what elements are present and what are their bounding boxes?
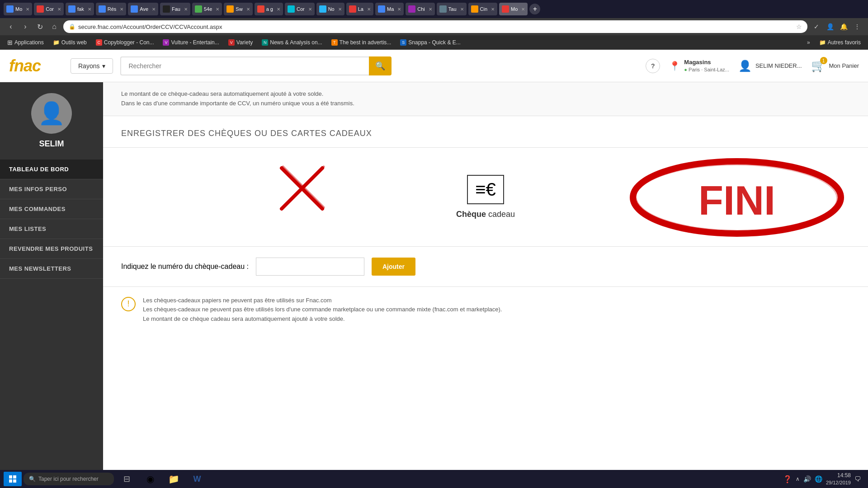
avatar-icon: 👤 <box>38 101 65 126</box>
task-view-button[interactable]: ⊟ <box>116 472 137 486</box>
tab-close[interactable]: ✕ <box>367 7 371 12</box>
taskbar-chrome-btn[interactable]: ◉ <box>139 472 161 486</box>
bookmark-autres-favoris[interactable]: 📁 Autres favoris <box>816 38 864 47</box>
tab-ma[interactable]: Ma ✕ <box>375 3 404 15</box>
settings-btn[interactable]: ⋮ <box>852 21 863 32</box>
tab-la[interactable]: La ✕ <box>346 3 373 15</box>
tab-tau[interactable]: Tau ✕ <box>437 3 467 15</box>
tab-close[interactable]: ✕ <box>216 7 219 12</box>
tab-no[interactable]: No ✕ <box>316 3 344 15</box>
bestadv-favicon: T <box>331 39 338 46</box>
tab-close[interactable]: ✕ <box>308 7 312 12</box>
fnac-logo[interactable]: fnac <box>9 56 63 75</box>
bookmark-snappa[interactable]: S Snappa - Quick & E... <box>396 38 464 47</box>
bookmark-outils-web[interactable]: 📁 Outils web <box>49 38 90 47</box>
tab-sw[interactable]: Sw ✕ <box>224 3 252 15</box>
bookmark-apps[interactable]: ⊞ Applications <box>4 38 47 47</box>
bookmark-star-icon[interactable]: ☆ <box>796 23 802 30</box>
warning-icon: ! <box>121 297 136 311</box>
tab-close[interactable]: ✕ <box>429 7 432 12</box>
tab-cin[interactable]: Cin ✕ <box>468 3 498 15</box>
cheque-number-input[interactable] <box>256 258 364 276</box>
sidebar-item-listes[interactable]: MES LISTES <box>0 219 103 239</box>
search-bar: 🔍 <box>120 56 392 75</box>
new-tab-button[interactable]: + <box>529 4 540 14</box>
tab-ave[interactable]: Ave ✕ <box>128 3 158 15</box>
page: fnac Rayons ▾ 🔍 ? 📍 Magasins ● Paris · S… <box>0 50 868 488</box>
tab-mo1[interactable]: Mo ✕ <box>4 3 32 15</box>
warning-text: Les chèques-cadeaux papiers ne peuvent p… <box>143 296 502 324</box>
search-input[interactable] <box>120 56 369 75</box>
sidebar-item-commandes[interactable]: MES COMMANDES <box>0 199 103 219</box>
tab-ag[interactable]: a g ✕ <box>255 3 283 15</box>
cart-button[interactable]: 🛒 1 Mon Panier <box>811 59 859 73</box>
system-clock[interactable]: 14:58 29/12/2019 <box>826 472 851 486</box>
word-icon: W <box>193 474 201 484</box>
main-content: 👤 SELIM TABLEAU DE BORD MES INFOS PERSO … <box>0 82 868 488</box>
tab-cor2[interactable]: Cor ✕ <box>285 3 315 15</box>
tab-close[interactable]: ✕ <box>184 7 188 12</box>
url-text: secure.fnac.com/Account/OrderCCV/CCVAcco… <box>78 23 793 30</box>
section-title: ENREGISTRER DES CHÈQUES OU DES CARTES CA… <box>103 116 868 148</box>
taskbar-file-btn[interactable]: 📁 <box>163 472 184 486</box>
back-button[interactable]: ‹ <box>5 21 16 32</box>
tab-fak[interactable]: fak ✕ <box>66 3 94 15</box>
tab-close[interactable]: ✕ <box>246 7 250 12</box>
windows-logo-icon <box>9 475 16 483</box>
start-button[interactable] <box>4 472 22 486</box>
sidebar-item-revendre[interactable]: REVENDRE MES PRODUITS <box>0 239 103 259</box>
user-icon: 👤 <box>738 60 752 72</box>
tab-close[interactable]: ✕ <box>277 7 280 12</box>
tab-cor1[interactable]: Cor ✕ <box>34 3 64 15</box>
sidebar-username: SELIM <box>39 139 64 149</box>
cart-badge: 1 <box>820 57 827 64</box>
tab-close[interactable]: ✕ <box>120 7 123 12</box>
profile-btn[interactable]: 👤 <box>825 21 835 32</box>
bookmarks-more-btn[interactable]: » <box>803 38 814 47</box>
chevron-up-icon[interactable]: ∧ <box>796 476 800 482</box>
bookmark-copyblogger[interactable]: C Copyblogger - Con... <box>92 38 158 47</box>
bookmark-vulture[interactable]: V Vulture - Entertain... <box>159 38 222 47</box>
tab-mo2-active[interactable]: Mo ✕ <box>499 3 528 15</box>
reload-button[interactable]: ↻ <box>34 21 45 32</box>
tab-close[interactable]: ✕ <box>521 7 525 12</box>
extensions-btn[interactable]: ✓ <box>811 21 822 32</box>
notifications-btn[interactable]: 🔔 <box>838 21 849 32</box>
url-bar[interactable]: 🔒 secure.fnac.com/Account/OrderCCV/CCVAc… <box>63 20 807 33</box>
help-button[interactable]: ? <box>646 59 660 73</box>
sidebar: 👤 SELIM TABLEAU DE BORD MES INFOS PERSO … <box>0 82 103 488</box>
forward-button[interactable]: › <box>20 21 31 32</box>
tab-close[interactable]: ✕ <box>26 7 29 12</box>
store-selector[interactable]: 📍 Magasins ● Paris · Saint-Laz... <box>669 59 729 73</box>
network-icon[interactable]: 🌐 <box>815 475 822 483</box>
tab-54e[interactable]: 54e ✕ <box>192 3 222 15</box>
sidebar-item-tableau[interactable]: TABLEAU DE BORD <box>0 160 103 179</box>
tab-close[interactable]: ✕ <box>152 7 156 12</box>
tab-close[interactable]: ✕ <box>397 7 401 12</box>
apps-grid-icon: ⊞ <box>7 39 13 46</box>
search-button[interactable]: 🔍 <box>369 56 392 75</box>
user-account[interactable]: 👤 SELIM NIEDER... <box>738 60 802 72</box>
bookmark-bestadv[interactable]: T The best in advertis... <box>328 38 395 47</box>
tab-close[interactable]: ✕ <box>460 7 464 12</box>
bookmark-news[interactable]: N News & Analysis on... <box>258 38 326 47</box>
taskbar-system-tray: ❓ ∧ 🔊 🌐 14:58 29/12/2019 🗨 <box>783 472 864 486</box>
tab-chi[interactable]: Chi ✕ <box>406 3 435 15</box>
notification-icon[interactable]: 🗨 <box>854 475 861 483</box>
tab-close[interactable]: ✕ <box>491 7 495 12</box>
volume-icon[interactable]: 🔊 <box>803 475 811 483</box>
home-button[interactable]: ⌂ <box>49 21 60 32</box>
tab-close[interactable]: ✕ <box>338 7 342 12</box>
tab-res[interactable]: Rés ✕ <box>96 3 127 15</box>
tab-close[interactable]: ✕ <box>57 7 61 12</box>
bookmark-variety[interactable]: V Variety <box>225 38 256 47</box>
sidebar-item-infos[interactable]: MES INFOS PERSO <box>0 179 103 199</box>
sidebar-item-newsletters[interactable]: MES NEWSLETTERS <box>0 259 103 279</box>
rayons-button[interactable]: Rayons ▾ <box>71 58 113 74</box>
tab-fau[interactable]: Fau ✕ <box>160 3 190 15</box>
tab-close[interactable]: ✕ <box>88 7 91 12</box>
info-line2: Dans le cas d'une commande importante de… <box>121 99 850 108</box>
taskbar-word-btn[interactable]: W <box>186 472 208 486</box>
windows-search[interactable]: 🔍 Taper ici pour rechercher <box>24 473 114 485</box>
ajouter-button[interactable]: Ajouter <box>372 258 415 276</box>
